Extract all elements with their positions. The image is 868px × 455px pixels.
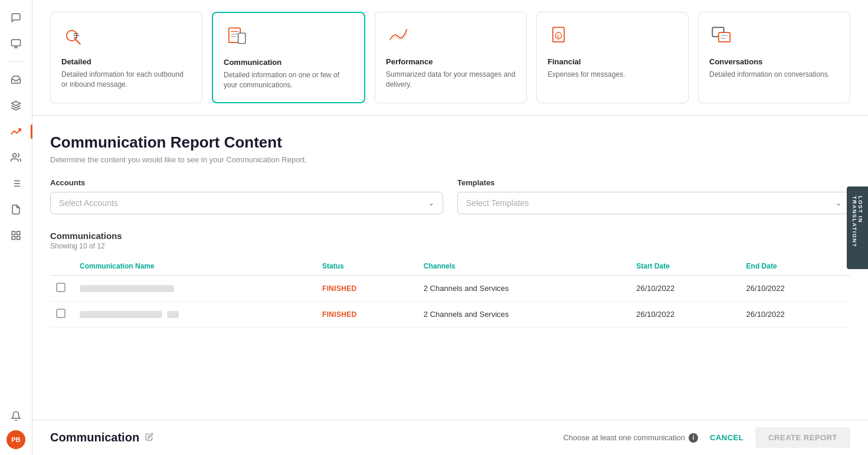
svg-rect-31 [719, 32, 730, 42]
cancel-button[interactable]: CANCEL [710, 433, 743, 442]
report-card-communication[interactable]: Communication Detailed information on on… [212, 12, 365, 103]
table-row: FINISHED 2 Channels and Services 26/10/2… [50, 301, 850, 327]
report-card-financial[interactable]: $ Financial Expenses for messages. [536, 12, 689, 103]
row1-name [74, 275, 316, 301]
feedback-tab[interactable]: LOST IN TRANSLATION? [847, 186, 868, 269]
performance-title: Performance [386, 57, 516, 66]
report-content-area: Communication Report Content Determine t… [32, 116, 868, 455]
row2-status: FINISHED [316, 301, 418, 327]
financial-title: Financial [548, 57, 677, 66]
svg-rect-12 [17, 231, 20, 234]
svg-rect-11 [12, 231, 15, 234]
detailed-desc: Detailed information for each outbound o… [61, 70, 191, 90]
svg-point-4 [13, 153, 17, 157]
communication-icon [224, 25, 353, 51]
row2-checkbox-cell [50, 301, 74, 327]
th-name: Communication Name [74, 257, 316, 276]
dropdowns-row: Accounts Select Accounts ⌄ Templates Sel… [50, 178, 850, 214]
sidebar-item-chat[interactable] [4, 6, 28, 30]
svg-rect-14 [12, 237, 15, 240]
footer-edit-icon[interactable] [145, 433, 153, 443]
communications-title: Communications [50, 231, 850, 241]
templates-dropdown[interactable]: Select Templates ⌄ [457, 192, 850, 214]
conversations-icon [709, 24, 839, 50]
accounts-dropdown-group: Accounts Select Accounts ⌄ [50, 178, 443, 214]
svg-marker-3 [12, 102, 21, 106]
cards-row: Detailed Detailed information for each o… [50, 12, 850, 103]
communication-desc: Detailed information on one or few of yo… [224, 70, 353, 90]
row1-status: FINISHED [316, 275, 418, 301]
report-type-cards: Detailed Detailed information for each o… [32, 0, 868, 116]
th-checkbox [50, 257, 74, 276]
hint-text: Choose at least one communication [563, 433, 685, 442]
sidebar-item-template[interactable] [4, 198, 28, 221]
footer-right: Choose at least one communication i CANC… [563, 427, 850, 448]
user-avatar[interactable]: PB [6, 430, 25, 449]
section-subtitle: Determine the content you would like to … [50, 155, 850, 164]
row2-name-skeleton [80, 311, 162, 318]
th-end-date: End Date [741, 257, 850, 276]
sidebar-divider-1 [7, 61, 25, 62]
sidebar-item-monitor[interactable] [4, 32, 28, 55]
main-content: Detailed Detailed information for each o… [32, 0, 868, 455]
row2-channels: 2 Channels and Services [418, 301, 630, 327]
conversations-title: Conversations [709, 57, 839, 66]
row2-start-date: 26/10/2022 [630, 301, 740, 327]
row2-name [74, 301, 316, 327]
sidebar-item-analytics[interactable] [4, 120, 28, 143]
conversations-desc: Detailed information on conversations. [709, 70, 839, 80]
report-card-performance[interactable]: Performance Summarized data for your mes… [375, 12, 527, 103]
financial-icon: $ [548, 24, 677, 50]
th-channels: Channels [418, 257, 630, 276]
accounts-label: Accounts [50, 178, 443, 187]
row1-channels: 2 Channels and Services [418, 275, 630, 301]
sidebar-item-inbox[interactable] [4, 68, 28, 91]
section-title: Communication Report Content [50, 133, 850, 152]
communications-subtitle: Showing 10 of 12 [50, 242, 850, 250]
templates-dropdown-group: Templates Select Templates ⌄ [457, 178, 850, 214]
table-header: Communication Name Status Channels Start… [50, 257, 850, 276]
row2-status-badge: FINISHED [322, 310, 356, 319]
communications-table: Communication Name Status Channels Start… [50, 257, 850, 328]
report-card-conversations[interactable]: Conversations Detailed information on co… [698, 12, 850, 103]
svg-rect-0 [12, 40, 21, 46]
accounts-dropdown[interactable]: Select Accounts ⌄ [50, 192, 443, 214]
footer-hint: Choose at least one communication i [563, 433, 698, 443]
th-start-date: Start Date [630, 257, 740, 276]
sidebar-item-group[interactable] [4, 146, 28, 169]
templates-placeholder: Select Templates [466, 198, 529, 208]
hint-info-icon: i [689, 433, 698, 443]
create-report-button[interactable]: CREATE REPORT [755, 427, 850, 448]
feedback-tab-label: LOST IN TRANSLATION? [851, 196, 863, 260]
table-row: FINISHED 2 Channels and Services 26/10/2… [50, 275, 850, 301]
performance-desc: Summarized data for your messages and de… [386, 70, 516, 90]
sidebar-item-list[interactable] [4, 172, 28, 195]
row1-start-date: 26/10/2022 [630, 275, 740, 301]
detailed-icon [61, 24, 191, 50]
row2-checkbox[interactable] [56, 309, 65, 318]
sidebar: PB [0, 0, 32, 455]
sidebar-item-notifications[interactable] [4, 404, 28, 428]
sidebar-bottom: PB [4, 404, 28, 449]
row1-checkbox-cell [50, 275, 74, 301]
svg-rect-13 [17, 237, 20, 240]
communication-title: Communication [224, 58, 353, 67]
report-card-detailed[interactable]: Detailed Detailed information for each o… [50, 12, 202, 103]
th-status: Status [316, 257, 418, 276]
svg-line-16 [76, 40, 80, 44]
templates-label: Templates [457, 178, 850, 187]
row1-end-date: 26/10/2022 [741, 275, 850, 301]
footer-bar: Communication Choose at least one commun… [32, 420, 868, 455]
performance-icon [386, 24, 516, 50]
sidebar-item-layers[interactable] [4, 94, 28, 117]
financial-desc: Expenses for messages. [548, 70, 677, 80]
svg-text:$: $ [557, 34, 559, 38]
sidebar-item-grid[interactable] [4, 224, 28, 247]
row1-checkbox[interactable] [56, 283, 65, 292]
footer-title: Communication [50, 431, 139, 444]
accounts-chevron-icon: ⌄ [428, 199, 434, 207]
accounts-placeholder: Select Accounts [59, 198, 118, 208]
row2-end-date: 26/10/2022 [741, 301, 850, 327]
detailed-title: Detailed [61, 57, 191, 66]
row2-name-skeleton2 [167, 311, 179, 318]
